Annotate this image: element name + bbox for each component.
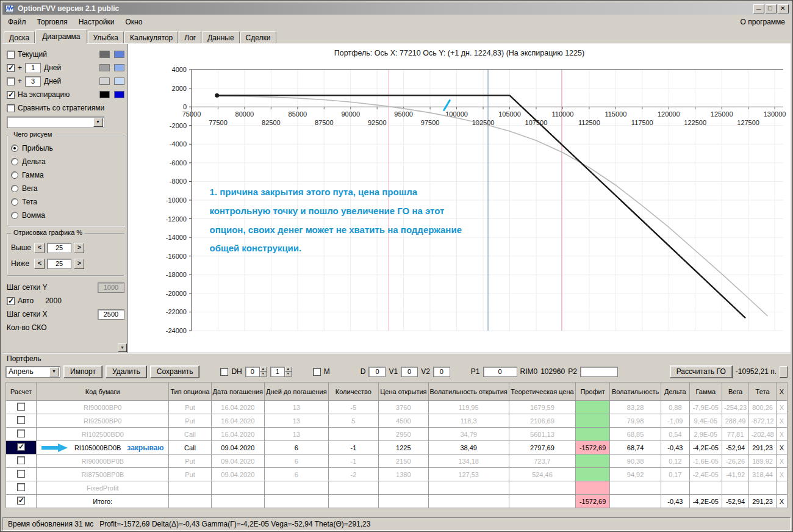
above-increase-button[interactable]	[74, 243, 84, 253]
draw-option-3[interactable]: Гамма	[11, 168, 120, 182]
code-cell: RI90000BP0	[37, 401, 169, 414]
below-decrease-button[interactable]	[34, 259, 45, 269]
col-header-4[interactable]: Дата погашения	[211, 383, 265, 401]
row-calc-checkbox[interactable]	[17, 403, 25, 411]
chevron-down-icon[interactable]	[49, 367, 59, 376]
col-header-5[interactable]: Дней до погашения	[265, 383, 329, 401]
svg-text:-18000: -18000	[166, 271, 187, 278]
days-cell: 6	[265, 441, 329, 455]
grid-y-input[interactable]	[98, 282, 124, 293]
tab-2[interactable]: Диаграмма	[35, 29, 87, 43]
svg-text:-2000: -2000	[170, 122, 187, 129]
row-close-button[interactable]: X	[776, 441, 787, 455]
col-header-3[interactable]: Тип опциона	[169, 383, 211, 401]
tab-6[interactable]: Данные	[202, 31, 239, 43]
delete-button[interactable]: Удалить	[106, 365, 147, 378]
row-close-button[interactable]: X	[776, 428, 787, 441]
minimize-button[interactable]	[753, 4, 764, 13]
col-header-16[interactable]: X	[776, 383, 787, 401]
chevron-down-icon[interactable]	[93, 118, 103, 127]
close-button[interactable]	[778, 4, 789, 13]
import-button[interactable]: Импорт	[63, 365, 102, 378]
draw-option-6[interactable]: Вомма	[11, 209, 120, 222]
col-header-11[interactable]: Волатильность	[610, 383, 661, 401]
col-header-10[interactable]: Профит	[576, 383, 610, 401]
spin-down-icon[interactable]	[285, 372, 292, 376]
p2-input[interactable]	[580, 367, 618, 377]
dh-spin2-input[interactable]	[270, 367, 285, 377]
row-close-button[interactable]: X	[776, 468, 787, 481]
col-header-13[interactable]: Гамма	[689, 383, 722, 401]
draw-option-5[interactable]: Тета	[11, 195, 120, 209]
col-header-15[interactable]: Тета	[749, 383, 777, 401]
below-percent-input[interactable]	[47, 259, 71, 269]
row-calc-checkbox[interactable]	[17, 483, 25, 491]
above-percent-input[interactable]	[47, 243, 71, 253]
dh-checkbox[interactable]	[220, 368, 228, 376]
draw-option-2[interactable]: Дельта	[11, 155, 120, 168]
row-close-button[interactable]: X	[776, 495, 787, 508]
plus1-checkbox[interactable]	[7, 64, 15, 72]
spin-up-icon[interactable]	[285, 367, 292, 372]
about-menu-item[interactable]: О программе	[735, 16, 791, 28]
draw-option-1[interactable]: Прибыль	[11, 142, 120, 155]
strategy-combobox[interactable]	[7, 117, 104, 128]
svg-text:122500: 122500	[684, 119, 706, 126]
tab-7[interactable]: Сделки	[240, 31, 276, 43]
d-input[interactable]	[368, 367, 386, 377]
row-close-button[interactable]	[776, 481, 787, 495]
p1-input[interactable]	[483, 367, 517, 377]
row-close-button[interactable]: X	[776, 401, 787, 414]
save-button[interactable]: Сохранить	[150, 365, 200, 378]
auto-checkbox[interactable]	[7, 297, 15, 305]
col-header-2[interactable]: Код бумаги	[37, 383, 169, 401]
col-header-6[interactable]: Количество	[328, 383, 379, 401]
row-close-button[interactable]: X	[776, 414, 787, 428]
v2-input[interactable]	[433, 367, 450, 377]
tab-5[interactable]: Лог	[179, 31, 201, 43]
maximize-button[interactable]	[766, 4, 777, 13]
tab-4[interactable]: Калькулятор	[124, 31, 178, 43]
tab-1[interactable]: Доска	[4, 31, 35, 43]
tab-3[interactable]: Улыбка	[88, 31, 124, 43]
menu-item-2[interactable]: Торговля	[32, 16, 73, 28]
compare-checkbox[interactable]	[7, 104, 15, 112]
row-calc-checkbox[interactable]	[17, 443, 25, 451]
days1-input[interactable]	[25, 63, 41, 73]
col-header-9[interactable]: Теоретическая цена	[509, 383, 575, 401]
menu-item-1[interactable]: Файл	[2, 16, 32, 28]
spin-up-icon[interactable]	[260, 367, 267, 372]
spin-down-icon[interactable]	[260, 372, 267, 376]
row-calc-checkbox[interactable]	[17, 470, 25, 478]
row-close-button[interactable]: X	[776, 455, 787, 468]
calculate-margin-button[interactable]: Рассчитать ГО	[670, 365, 733, 378]
days3-input[interactable]	[25, 76, 41, 87]
month-combobox[interactable]: Апрель	[5, 366, 60, 378]
row-calc-checkbox[interactable]	[17, 430, 25, 437]
row-calc-checkbox[interactable]	[17, 416, 25, 424]
expiry-checkbox[interactable]	[7, 91, 15, 99]
draw-option-label: Тета	[22, 198, 37, 206]
row-calc-checkbox[interactable]	[17, 456, 25, 464]
above-decrease-button[interactable]	[34, 243, 45, 253]
col-header-12[interactable]: Дельта	[661, 383, 689, 401]
col-header-1[interactable]: Расчет	[6, 383, 37, 401]
col-header-14[interactable]: Вега	[722, 383, 749, 401]
row-calc-checkbox[interactable]	[17, 497, 25, 505]
plus-sign: +	[18, 77, 22, 85]
below-increase-button[interactable]	[74, 259, 84, 269]
m-checkbox[interactable]	[313, 368, 321, 376]
current-checkbox[interactable]	[7, 51, 15, 59]
open-price-cell: 4500	[379, 414, 428, 428]
col-header-8[interactable]: Волатильность открытия	[428, 383, 509, 401]
v1-input[interactable]	[401, 367, 418, 377]
panel-more-button[interactable]	[780, 366, 788, 378]
dh-spin1-input[interactable]	[245, 367, 260, 377]
grid-x-input[interactable]	[98, 309, 124, 320]
menu-item-3[interactable]: Настройки	[73, 16, 120, 28]
plus3-checkbox[interactable]	[7, 77, 15, 85]
col-header-7[interactable]: Цена открытия	[379, 383, 428, 401]
draw-option-4[interactable]: Вега	[11, 182, 120, 195]
scroll-down-icon[interactable]	[118, 343, 127, 352]
menu-item-4[interactable]: Окно	[120, 16, 148, 28]
